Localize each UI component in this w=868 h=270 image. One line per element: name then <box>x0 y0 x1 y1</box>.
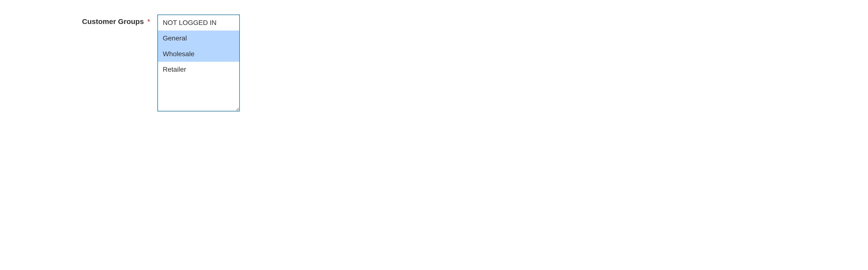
option-wholesale[interactable]: Wholesale <box>158 46 239 62</box>
required-asterisk: * <box>147 18 150 25</box>
option-not-logged-in[interactable]: NOT LOGGED IN <box>158 15 239 31</box>
field-label-wrap: Customer Groups * <box>0 14 150 26</box>
customer-groups-field: Customer Groups * NOT LOGGED IN General … <box>0 14 868 111</box>
field-label: Customer Groups <box>82 18 144 25</box>
customer-groups-multiselect[interactable]: NOT LOGGED IN General Wholesale Retailer <box>157 14 240 111</box>
resize-handle-icon <box>235 106 239 111</box>
option-retailer[interactable]: Retailer <box>158 62 239 77</box>
option-general[interactable]: General <box>158 31 239 46</box>
